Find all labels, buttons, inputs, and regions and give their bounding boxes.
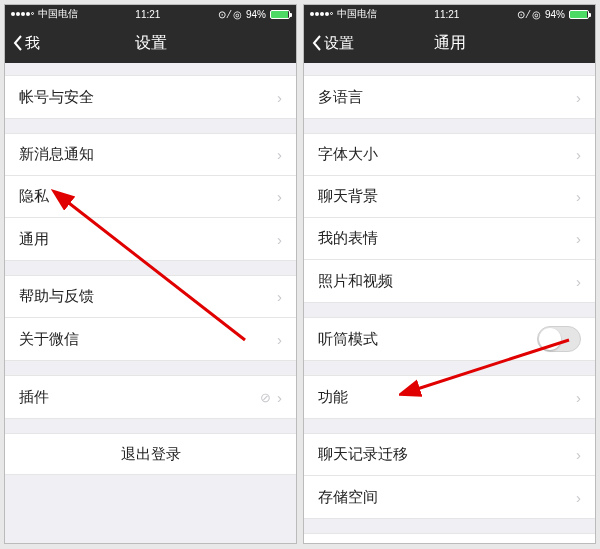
chevron-left-icon bbox=[13, 35, 23, 51]
alarm-icon: ⊙ ⁄ ◎ bbox=[218, 9, 242, 20]
chevron-left-icon bbox=[312, 35, 322, 51]
battery-percent: 94% bbox=[545, 9, 565, 20]
status-bar: 中国电信 11:21 ⊙ ⁄ ◎ 94% bbox=[5, 5, 296, 23]
clock-label: 11:21 bbox=[135, 9, 160, 20]
chevron-right-icon: › bbox=[576, 230, 581, 247]
cell-help-feedback[interactable]: 帮助与反馈 › bbox=[5, 276, 296, 318]
chevron-right-icon: › bbox=[277, 331, 282, 348]
chevron-right-icon: › bbox=[277, 89, 282, 106]
cell-privacy[interactable]: 隐私 › bbox=[5, 176, 296, 218]
cell-chat-bg[interactable]: 聊天背景 › bbox=[304, 176, 595, 218]
cell-label: 新消息通知 bbox=[19, 145, 277, 164]
content-area: 多语言 › 字体大小 › 聊天背景 › 我的表情 › 照片和视频 bbox=[304, 63, 595, 543]
status-bar: 中国电信 11:21 ⊙ ⁄ ◎ 94% bbox=[304, 5, 595, 23]
cell-notifications[interactable]: 新消息通知 › bbox=[5, 134, 296, 176]
cell-label: 功能 bbox=[318, 388, 576, 407]
cell-earmode[interactable]: 听筒模式 bbox=[304, 318, 595, 360]
back-label: 我 bbox=[25, 34, 40, 53]
cell-photos-videos[interactable]: 照片和视频 › bbox=[304, 260, 595, 302]
cell-language[interactable]: 多语言 › bbox=[304, 76, 595, 118]
cell-label: 存储空间 bbox=[318, 488, 576, 507]
nav-title: 设置 bbox=[5, 33, 296, 54]
cell-label: 照片和视频 bbox=[318, 272, 576, 291]
chevron-right-icon: › bbox=[576, 273, 581, 290]
chevron-right-icon: › bbox=[576, 446, 581, 463]
plugin-icon: ⊘ bbox=[260, 390, 271, 405]
cell-label: 帐号与安全 bbox=[19, 88, 277, 107]
cell-font-size[interactable]: 字体大小 › bbox=[304, 134, 595, 176]
cell-about[interactable]: 关于微信 › bbox=[5, 318, 296, 360]
cell-label: 帮助与反馈 bbox=[19, 287, 277, 306]
chevron-right-icon: › bbox=[277, 146, 282, 163]
logout-button[interactable]: 退出登录 bbox=[5, 433, 296, 475]
cell-label: 聊天记录迁移 bbox=[318, 445, 576, 464]
carrier-label: 中国电信 bbox=[337, 7, 377, 21]
clear-history-button[interactable]: 清空聊天记录 bbox=[304, 533, 595, 543]
cell-features[interactable]: 功能 › bbox=[304, 376, 595, 418]
chevron-right-icon: › bbox=[576, 188, 581, 205]
chevron-right-icon: › bbox=[277, 188, 282, 205]
content-area: 帐号与安全 › 新消息通知 › 隐私 › 通用 › bbox=[5, 63, 296, 543]
earmode-toggle[interactable] bbox=[537, 326, 581, 352]
cell-label: 聊天背景 bbox=[318, 187, 576, 206]
alarm-icon: ⊙ ⁄ ◎ bbox=[517, 9, 541, 20]
carrier-label: 中国电信 bbox=[38, 7, 78, 21]
nav-bar: 我 设置 bbox=[5, 23, 296, 63]
chevron-right-icon: › bbox=[277, 288, 282, 305]
back-label: 设置 bbox=[324, 34, 354, 53]
settings-screen: 中国电信 11:21 ⊙ ⁄ ◎ 94% 我 设置 帐号与安全 › bbox=[4, 4, 297, 544]
battery-percent: 94% bbox=[246, 9, 266, 20]
cell-label: 多语言 bbox=[318, 88, 576, 107]
chevron-right-icon: › bbox=[576, 389, 581, 406]
cell-label: 通用 bbox=[19, 230, 277, 249]
cell-label: 关于微信 bbox=[19, 330, 277, 349]
cell-label: 字体大小 bbox=[318, 145, 576, 164]
chevron-right-icon: › bbox=[576, 89, 581, 106]
battery-icon bbox=[569, 10, 589, 19]
battery-icon bbox=[270, 10, 290, 19]
chevron-right-icon: › bbox=[576, 489, 581, 506]
cell-label: 听筒模式 bbox=[318, 330, 537, 349]
general-screen: 中国电信 11:21 ⊙ ⁄ ◎ 94% 设置 通用 多语言 › bbox=[303, 4, 596, 544]
cell-storage[interactable]: 存储空间 › bbox=[304, 476, 595, 518]
chevron-right-icon: › bbox=[277, 231, 282, 248]
cell-label: 插件 bbox=[19, 388, 260, 407]
cell-account-security[interactable]: 帐号与安全 › bbox=[5, 76, 296, 118]
signal-dots-icon bbox=[310, 12, 333, 16]
logout-label: 退出登录 bbox=[121, 445, 181, 464]
clock-label: 11:21 bbox=[434, 9, 459, 20]
back-button[interactable]: 我 bbox=[13, 34, 40, 53]
cell-plugins[interactable]: 插件 ⊘ › bbox=[5, 376, 296, 418]
cell-stickers[interactable]: 我的表情 › bbox=[304, 218, 595, 260]
back-button[interactable]: 设置 bbox=[312, 34, 354, 53]
signal-dots-icon bbox=[11, 12, 34, 16]
cell-label: 隐私 bbox=[19, 187, 277, 206]
chevron-right-icon: › bbox=[576, 146, 581, 163]
cell-general[interactable]: 通用 › bbox=[5, 218, 296, 260]
cell-chat-migrate[interactable]: 聊天记录迁移 › bbox=[304, 434, 595, 476]
nav-bar: 设置 通用 bbox=[304, 23, 595, 63]
chevron-right-icon: › bbox=[277, 389, 282, 406]
cell-label: 我的表情 bbox=[318, 229, 576, 248]
